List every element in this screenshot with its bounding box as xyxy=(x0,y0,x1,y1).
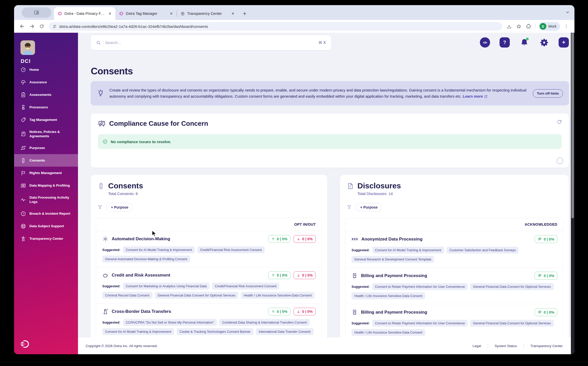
turn-off-hints-button[interactable]: Turn off hints xyxy=(533,89,563,98)
down-badge[interactable]: 0 | 0% xyxy=(293,308,316,315)
check-circle-icon xyxy=(103,139,108,144)
footer-link-transparency-center[interactable]: Transparency Center xyxy=(530,344,563,348)
extensions-icon[interactable] xyxy=(524,22,533,31)
suggested-chip[interactable]: Health / Life Insurance Sensitive-Data C… xyxy=(352,292,425,299)
sidebar-item-notices-policies-agreements[interactable]: Notices, Policies & Agreements xyxy=(14,126,78,142)
suggested-chip[interactable]: Consent for Marketing or Analytics Using… xyxy=(123,283,210,290)
code-embed-icon[interactable]: </> xyxy=(480,37,490,48)
row-title: Cross-Border Data Transfers xyxy=(112,309,171,314)
sidebar-item-data-mapping-profiling[interactable]: Data Mapping & Profiling xyxy=(14,179,78,192)
suggested-chip[interactable]: Credit/Financial Risk Assessment Consent xyxy=(212,283,279,290)
suggested-chip[interactable]: Consent to Retain Payment Information fo… xyxy=(372,320,468,327)
sidebar-item-rights-management[interactable]: Rights Management xyxy=(14,167,78,179)
up-badge[interactable]: 0 | 0% xyxy=(268,271,290,279)
sidebar-item-data-subject-support[interactable]: Data Subject Support xyxy=(14,220,78,232)
sidebar-item-breach-incident-report[interactable]: Breach & Incident Report xyxy=(14,207,78,220)
add-icon[interactable]: + xyxy=(559,37,569,48)
footer-link-system-status[interactable]: System Status xyxy=(495,344,517,348)
suggested-chip[interactable]: Criminal Record Data Consent xyxy=(102,292,152,299)
up-badge[interactable]: 0 | 0% xyxy=(268,308,290,315)
suggested-chip[interactable]: Consent for AI Model Training & Improvem… xyxy=(102,328,174,335)
sidebar-item-consents[interactable]: Consents xyxy=(14,154,78,167)
tab-list-chevron-icon[interactable] xyxy=(565,10,570,16)
up-badge[interactable]: 0 | 0% xyxy=(268,235,290,243)
suggested-chip[interactable]: Consent for AI Model Training & Improvem… xyxy=(372,247,444,254)
search-bar[interactable]: ⌘ K xyxy=(91,35,331,50)
sidebar-item-home[interactable]: Home xyxy=(14,63,78,76)
reload-button[interactable] xyxy=(37,22,46,31)
profile-chip[interactable]: D Work xyxy=(539,22,560,31)
browser-tab[interactable]: Dxtra Tag Manager× xyxy=(115,7,177,20)
suggested-chip[interactable]: Consent for AI Model Training & Improvem… xyxy=(123,246,195,253)
suggested-chip[interactable]: General Financial Data Consent for Optio… xyxy=(155,292,238,299)
suggested-chip[interactable]: General Automated Decision-Making & Prof… xyxy=(102,256,190,262)
suggested-chip[interactable]: Cookie & Tracking Technologies Consent B… xyxy=(177,328,253,335)
site-settings-icon[interactable] xyxy=(52,24,57,29)
svg-text:$: $ xyxy=(354,310,355,313)
tab-search-button[interactable] xyxy=(22,7,51,18)
list-row[interactable]: XXXAnonymized Data Processing0 | 0%Sugge… xyxy=(345,231,563,268)
suggested-chip[interactable]: Health / Life Insurance Sensitive-Data C… xyxy=(241,292,314,299)
avatar[interactable] xyxy=(20,40,35,55)
ack-badge[interactable]: 0 | 0% xyxy=(535,235,557,243)
browser-menu-icon[interactable] xyxy=(562,22,571,31)
suggested-chip[interactable]: Health / Life Insurance Sensitive-Data C… xyxy=(352,329,425,336)
sidebar-item-purposes[interactable]: Purposes xyxy=(14,142,78,154)
sidebar-item-assessments[interactable]: Assessments xyxy=(14,88,78,101)
install-icon[interactable] xyxy=(505,22,514,31)
scrollbar-track[interactable] xyxy=(571,33,574,354)
filter-icon[interactable] xyxy=(97,205,103,210)
suggested-chip[interactable]: General Research & Development Consent T… xyxy=(352,256,434,263)
sidebar-item-assurance[interactable]: Assurance xyxy=(14,76,78,88)
suggested-chip[interactable]: Combined Data Sharing & International Tr… xyxy=(219,319,310,326)
list-row[interactable]: Automated Decision-Making0 | 0%0 | 0%Sug… xyxy=(96,231,322,267)
bookmark-star-icon[interactable] xyxy=(514,22,524,31)
list-row[interactable]: $Billing and Payment Processing0 | 0%Sug… xyxy=(345,304,563,341)
list-row[interactable]: $Billing and Payment Processing0 | 0%Sug… xyxy=(345,268,563,304)
receipt-icon: $ xyxy=(352,273,358,279)
back-button[interactable] xyxy=(18,22,27,31)
tab-close-icon[interactable]: × xyxy=(168,11,174,16)
suggested-chip[interactable]: General Financial Data Consent for Optio… xyxy=(470,283,553,290)
suggested-chip[interactable]: Consent to Retain Payment Information fo… xyxy=(372,283,468,290)
suggested-chip[interactable]: International Data Transfer Consent xyxy=(256,328,313,335)
sidebar-item-label: Rights Management xyxy=(29,171,62,175)
address-bar[interactable]: dxtra.ai/data-controllers/e6b20ea2-1a7a-… xyxy=(49,22,502,31)
notifications-bell-icon[interactable] xyxy=(519,37,529,48)
sidebar-item-data-processing-activity-logs[interactable]: Data Processing Activity Logs xyxy=(14,192,78,207)
suggested-chip[interactable]: Customer Satisfaction and Feedback Surve… xyxy=(447,247,519,254)
scrollbar-thumb[interactable] xyxy=(571,33,574,218)
list-row[interactable]: Credit and Risk Assessment0 | 0%0 | 0%Su… xyxy=(96,267,322,304)
search-input[interactable] xyxy=(105,40,315,45)
refresh-icon[interactable] xyxy=(557,119,562,126)
browser-tab[interactable]: Transparency Center× xyxy=(177,7,238,20)
sidebar-item-transparency-center[interactable]: Transparency Center xyxy=(14,232,78,245)
suggested-chip[interactable]: General Financial Data Consent for Optio… xyxy=(470,320,553,327)
funnel-icon xyxy=(347,205,352,210)
sidebar-item-tag-management[interactable]: Tag Management xyxy=(14,113,78,126)
forward-button[interactable] xyxy=(27,22,37,31)
lightbulb-icon xyxy=(97,89,104,98)
list-row[interactable]: Cross-Border Data Transfers0 | 0%0 | 0%S… xyxy=(96,304,322,342)
dxtra-logo-icon xyxy=(20,339,30,349)
search-icon xyxy=(96,40,101,45)
footer-link-legal[interactable]: Legal xyxy=(473,344,481,348)
learn-more-link[interactable]: Learn more xyxy=(463,94,488,99)
new-tab-button[interactable] xyxy=(241,10,248,17)
ack-badge[interactable]: 0 | 0% xyxy=(535,272,557,280)
umbrella-icon xyxy=(20,79,26,85)
down-badge[interactable]: 0 | 0% xyxy=(293,271,316,279)
browser-tab[interactable]: Dxtra - Data Privacy First× xyxy=(54,7,115,20)
tab-close-icon[interactable]: × xyxy=(107,11,113,16)
suggested-chip[interactable]: Credit/Financial Risk Assessment Consent xyxy=(197,246,265,253)
tab-close-icon[interactable]: × xyxy=(230,11,236,16)
add-purpose-button[interactable]: + Purpose xyxy=(356,203,382,212)
settings-gear-icon[interactable] xyxy=(539,37,549,48)
filter-icon[interactable] xyxy=(347,205,352,210)
add-purpose-button[interactable]: + Purpose xyxy=(107,203,133,212)
help-icon[interactable]: ? xyxy=(500,37,510,48)
down-badge[interactable]: 0 | 0% xyxy=(293,235,316,243)
suggested-chip[interactable]: CCPA/CPRA "Do Not Sell or Share My Perso… xyxy=(123,319,217,326)
ack-badge[interactable]: 0 | 0% xyxy=(535,308,557,316)
sidebar-item-processors[interactable]: Processors xyxy=(14,101,78,113)
